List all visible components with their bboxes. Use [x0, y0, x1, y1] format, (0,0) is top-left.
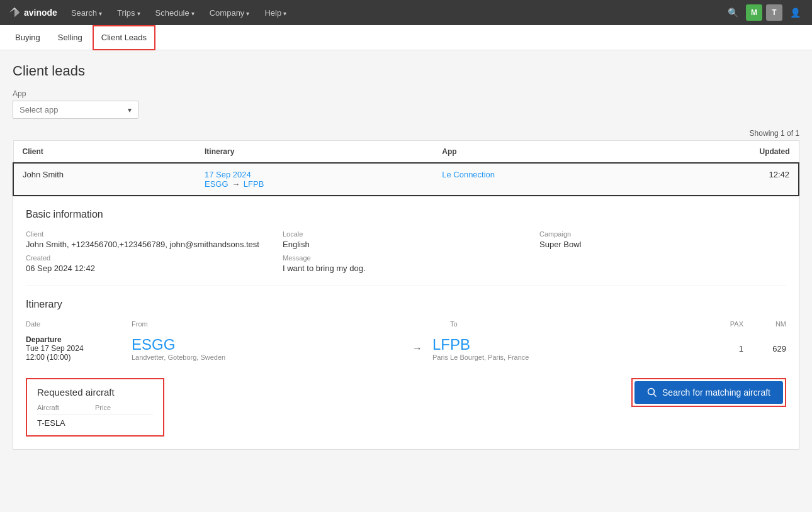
nav-right: 🔍 M T 👤	[724, 4, 804, 21]
top-nav: avinode Search Trips Schedule Company He…	[0, 0, 812, 25]
itinerary-title: Itinerary	[26, 299, 786, 310]
itinerary-row: Departure Tue 17 Sep 2024 12:00 (10:00) …	[26, 331, 786, 365]
avatar-m[interactable]: M	[746, 4, 762, 21]
avatar-t[interactable]: T	[766, 4, 782, 21]
cell-itinerary: 17 Sep 2024 ESGG → LFPB	[196, 163, 433, 196]
col-itinerary: Itinerary	[196, 141, 433, 164]
client-info: Client John Smith, +123456700,+123456789…	[26, 230, 273, 273]
nav-search[interactable]: Search	[65, 0, 108, 25]
cell-app: Le Connection	[433, 163, 650, 196]
to-section: → LFPB Paris Le Bourget, Paris, France	[412, 336, 688, 361]
search-aircraft-btn-wrapper: Search for matching aircraft	[631, 378, 786, 407]
sub-nav: Buying Selling Client Leads	[0, 25, 812, 50]
basic-info-title: Basic information	[26, 209, 786, 220]
nm-value: 629	[748, 344, 786, 353]
date-col-header: Date	[26, 320, 127, 328]
locale-info: Locale English Message I want to bring m…	[283, 230, 529, 273]
nav-help[interactable]: Help	[258, 0, 293, 25]
search-icon	[647, 387, 657, 398]
svg-line-1	[654, 394, 657, 397]
cell-updated: 12:42	[650, 163, 799, 196]
user-icon[interactable]: 👤	[786, 5, 804, 20]
col-updated: Updated	[650, 141, 799, 164]
subnav-selling[interactable]: Selling	[50, 25, 90, 50]
cell-client: John Smith	[13, 163, 196, 196]
nav-schedule[interactable]: Schedule	[149, 0, 201, 25]
page-title: Client leads	[13, 63, 799, 79]
subnav-buying[interactable]: Buying	[8, 25, 48, 50]
showing-count: Showing 1 of 1	[13, 129, 799, 138]
search-aircraft-button[interactable]: Search for matching aircraft	[634, 381, 783, 404]
to-airport: LFPB Paris Le Bourget, Paris, France	[432, 336, 529, 361]
requested-aircraft-box: Requested aircraft Aircraft Price T-ESLA	[26, 378, 164, 437]
departure-info: Departure Tue 17 Sep 2024 12:00 (10:00)	[26, 335, 127, 362]
requested-aircraft-title: Requested aircraft	[37, 387, 153, 398]
from-airport: ESGG Landvetter, Goteborg, Sweden	[132, 336, 407, 361]
logo[interactable]: avinode	[8, 6, 57, 19]
aircraft-table-header: Aircraft Price	[37, 404, 153, 415]
col-app: App	[433, 141, 650, 164]
table-row[interactable]: John Smith 17 Sep 2024 ESGG → LFPB Le Co…	[13, 163, 799, 196]
col-client: Client	[13, 141, 196, 164]
page-content: Client leads App Select app ▾ Showing 1 …	[0, 50, 812, 512]
pax-value: 1	[693, 344, 743, 353]
itinerary-header: Date From To PAX NM	[26, 320, 786, 331]
filter-section: App Select app ▾	[13, 89, 799, 119]
basic-info-section: Basic information Client John Smith, +12…	[26, 209, 786, 273]
nav-company[interactable]: Company	[203, 0, 256, 25]
to-col-header: To	[412, 320, 688, 328]
filter-label: App	[13, 89, 799, 98]
flight-arrow-icon: →	[412, 343, 422, 354]
pax-col-header: PAX	[693, 320, 743, 328]
detail-panel: Basic information Client John Smith, +12…	[13, 196, 799, 450]
chevron-down-icon: ▾	[128, 106, 132, 114]
nav-trips[interactable]: Trips	[111, 0, 146, 25]
route-arrow-icon: →	[232, 179, 242, 189]
leads-table: Client Itinerary App Updated John Smith …	[13, 140, 799, 196]
aircraft-table-row: T-ESLA	[37, 418, 153, 428]
bottom-section: Requested aircraft Aircraft Price T-ESLA	[26, 378, 786, 437]
from-col-header: From	[132, 320, 407, 328]
subnav-client-leads[interactable]: Client Leads	[93, 25, 155, 50]
itinerary-section: Itinerary Date From To PAX NM Departure …	[26, 299, 786, 365]
svg-point-0	[648, 389, 655, 395]
search-icon[interactable]: 🔍	[724, 5, 742, 20]
campaign-info: Campaign Super Bowl	[539, 230, 786, 273]
basic-info-grid: Client John Smith, +123456700,+123456789…	[26, 230, 786, 273]
app-select-dropdown[interactable]: Select app ▾	[13, 101, 138, 119]
divider	[26, 286, 786, 286]
nm-col-header: NM	[748, 320, 786, 328]
